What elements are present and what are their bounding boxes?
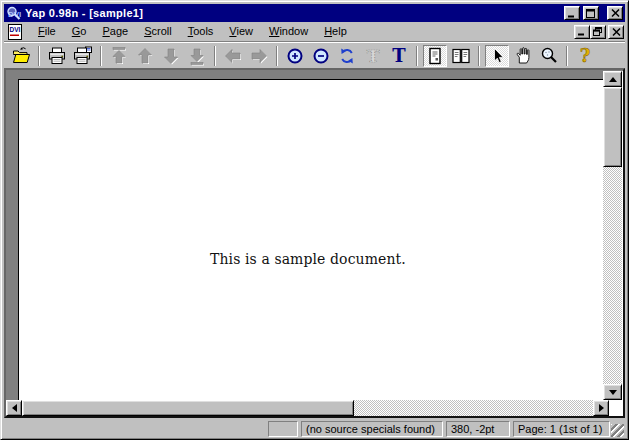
back-button[interactable]: [221, 45, 245, 67]
first-page-button[interactable]: [107, 45, 131, 67]
svg-text:?: ?: [580, 46, 591, 66]
last-page-button[interactable]: [185, 45, 209, 67]
window-title: Yap 0.98n - [sample1]: [25, 4, 561, 22]
menu-view[interactable]: View: [221, 23, 261, 41]
single-page-view-button[interactable]: [423, 45, 447, 67]
first-page-arrow-icon: [109, 46, 129, 66]
toolbar-separator: [566, 46, 568, 66]
resize-grip[interactable]: [611, 424, 624, 437]
maximize-button[interactable]: [583, 6, 599, 20]
help-button[interactable]: ?: [573, 45, 597, 67]
left-arrow-icon: [223, 46, 243, 66]
refresh-button[interactable]: [335, 45, 359, 67]
print-button[interactable]: [45, 45, 69, 67]
minimize-button[interactable]: [564, 6, 580, 20]
menu-help[interactable]: Help: [316, 23, 355, 41]
down-triangle-icon: [609, 390, 617, 395]
status-cursor-position: 380, -2pt: [446, 421, 510, 437]
titlebar[interactable]: DVI Yap 0.98n - [sample1]: [4, 4, 625, 22]
mdi-close-button[interactable]: [608, 25, 624, 39]
magnifier-tool-button[interactable]: [537, 45, 561, 67]
previous-page-button[interactable]: [133, 45, 157, 67]
maximize-icon: [586, 9, 596, 18]
mdi-window-controls: [574, 25, 624, 39]
app-magnifier-dvi-icon: DVI: [6, 6, 22, 21]
refresh-icon: [337, 46, 357, 66]
open-file-button[interactable]: [9, 45, 33, 67]
toolbar: T T: [4, 41, 625, 68]
vertical-scroll-thumb[interactable]: [603, 87, 622, 167]
yap-main-window: DVI Yap 0.98n - [sample1] DVI File Go: [0, 0, 629, 440]
up-triangle-icon: [609, 77, 617, 82]
status-small-pane: [268, 421, 298, 437]
zoom-out-icon: [311, 46, 331, 66]
scroll-right-button[interactable]: [593, 400, 609, 416]
status-main-pane: [5, 421, 265, 437]
menu-window[interactable]: Window: [261, 23, 316, 41]
menubar: DVI File Go Page Scroll Tools View Windo…: [4, 22, 625, 41]
scroll-up-button[interactable]: [603, 71, 622, 87]
menu-go[interactable]: Go: [64, 23, 95, 41]
vertical-scrollbar[interactable]: [603, 71, 622, 400]
restore-icon: [593, 27, 603, 36]
dvi-document-icon[interactable]: DVI: [7, 24, 24, 40]
scroll-left-button[interactable]: [6, 400, 22, 416]
menu-page[interactable]: Page: [94, 23, 136, 41]
forward-button[interactable]: [247, 45, 271, 67]
print-range-button[interactable]: [71, 45, 95, 67]
minimize-icon: [567, 9, 577, 18]
solid-t-icon: T: [389, 46, 409, 66]
right-triangle-icon: [599, 404, 604, 412]
svg-text:T: T: [392, 46, 406, 66]
horizontal-scroll-thumb[interactable]: [22, 400, 354, 416]
last-page-arrow-icon: [187, 46, 207, 66]
zoom-in-icon: [285, 46, 305, 66]
status-page-indicator: Page: 1 (1st of 1): [513, 421, 610, 437]
cursor-arrow-icon: [487, 46, 507, 66]
horizontal-scrollbar[interactable]: [6, 400, 609, 416]
document-text: This is a sample document.: [210, 251, 406, 267]
question-mark-icon: ?: [575, 46, 595, 66]
folder-open-icon: [11, 46, 31, 66]
down-arrow-icon: [161, 46, 181, 66]
menu-tools[interactable]: Tools: [180, 23, 222, 41]
outline-t-icon: T: [363, 46, 383, 66]
render-text-button[interactable]: T: [387, 45, 411, 67]
right-arrow-icon: [249, 46, 269, 66]
hand-tool-button[interactable]: [511, 45, 535, 67]
single-page-icon: [425, 46, 445, 66]
printer-pages-icon: [73, 46, 93, 66]
close-button[interactable]: [607, 6, 623, 20]
zoom-in-button[interactable]: [283, 45, 307, 67]
hand-icon: [513, 46, 533, 66]
mdi-minimize-button[interactable]: [574, 25, 590, 39]
close-icon: [612, 28, 621, 36]
double-page-view-button[interactable]: [449, 45, 473, 67]
toolbar-separator: [100, 46, 102, 66]
mdi-restore-button[interactable]: [590, 25, 606, 39]
next-page-button[interactable]: [159, 45, 183, 67]
document-viewport: This is a sample document.: [4, 68, 625, 418]
greek-text-button[interactable]: T: [361, 45, 385, 67]
double-page-icon: [451, 46, 471, 66]
toolbar-separator: [38, 46, 40, 66]
close-icon: [611, 9, 620, 17]
scroll-down-button[interactable]: [603, 384, 622, 400]
statusbar: (no source specials found) 380, -2pt Pag…: [4, 418, 625, 438]
toolbar-separator: [214, 46, 216, 66]
toolbar-separator: [276, 46, 278, 66]
dvi-page[interactable]: This is a sample document.: [18, 79, 603, 400]
menu-file[interactable]: File: [30, 23, 64, 41]
magnifier-icon: [539, 46, 559, 66]
zoom-out-button[interactable]: [309, 45, 333, 67]
svg-text:DVI: DVI: [10, 26, 21, 33]
scrollbar-margin: [622, 71, 625, 400]
minimize-icon: [577, 27, 587, 36]
left-triangle-icon: [12, 404, 17, 412]
toolbar-separator: [416, 46, 418, 66]
select-tool-button[interactable]: [485, 45, 509, 67]
scrollbar-corner: [609, 400, 625, 416]
svg-text:T: T: [367, 46, 380, 66]
status-source-specials: (no source specials found): [301, 421, 443, 437]
menu-scroll[interactable]: Scroll: [136, 23, 180, 41]
